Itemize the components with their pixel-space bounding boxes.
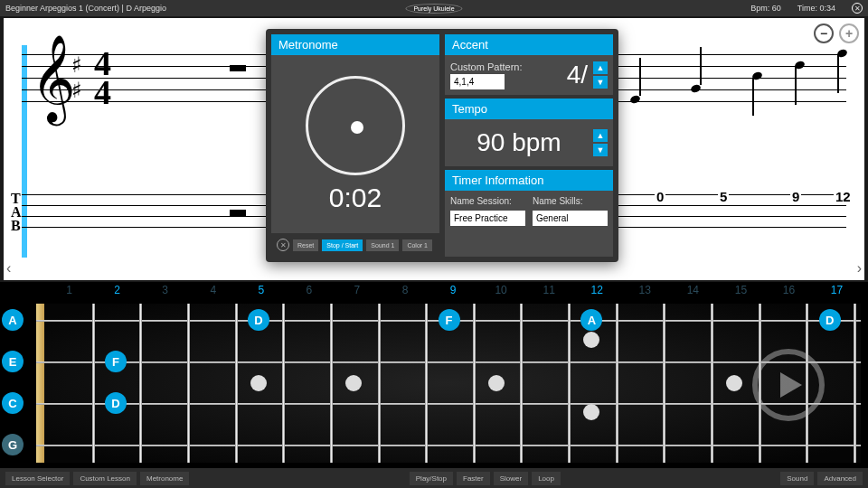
accent-down-button[interactable]: ▼	[593, 76, 608, 89]
stop-start-button[interactable]: Stop / Start	[322, 239, 363, 251]
brand-logo: Purely Ukulele	[405, 4, 462, 14]
tab-label: TAB	[11, 192, 22, 233]
timer-header: Timer Information	[445, 170, 613, 191]
metronome-panel: Metronome 0:02 ✕ Reset Stop / Start Soun…	[266, 29, 618, 262]
reset-button[interactable]: Reset	[293, 239, 318, 251]
fret-number: 2	[93, 284, 141, 300]
top-bar: Beginner Arpeggios 1 (Concert) | D Arpeg…	[0, 0, 868, 16]
sound-select-button[interactable]: Sound 1	[366, 239, 399, 251]
tab-number: 9	[790, 189, 801, 204]
tab-number: 0	[655, 189, 665, 204]
tempo-header: Tempo	[445, 99, 613, 119]
tempo-down-button[interactable]: ▼	[593, 144, 608, 156]
lesson-title: Beginner Arpeggios 1 (Concert) | D Arpeg…	[5, 4, 166, 13]
fret-number: 6	[285, 284, 333, 300]
fret-number: 8	[381, 284, 429, 300]
metronome-button[interactable]: Metronome	[140, 472, 189, 485]
fret-number: 9	[429, 284, 477, 300]
metronome-dial: 0:02	[271, 55, 439, 233]
bottom-bar: Lesson Selector Custom Lesson Metronome …	[0, 468, 868, 488]
faster-button[interactable]: Faster	[457, 472, 490, 485]
tempo-display: 90 bpm	[450, 125, 588, 161]
metronome-close-button[interactable]: ✕	[277, 239, 289, 251]
fret-number: 11	[525, 284, 573, 300]
metronome-header: Metronome	[271, 34, 439, 55]
open-string-column: AECG	[2, 309, 24, 455]
tab-rest	[230, 210, 246, 216]
slower-button[interactable]: Slower	[494, 472, 528, 485]
fret-note: D	[819, 309, 841, 331]
next-arrow-button[interactable]	[752, 349, 825, 421]
tab-number: 12	[834, 189, 853, 204]
fret-number-row: 1234567891011121314151617	[7, 284, 861, 300]
fret-note: F	[439, 309, 460, 331]
fret-note: D	[105, 392, 127, 414]
fret-number: 7	[333, 284, 381, 300]
play-stop-button[interactable]: Play/Stop	[410, 472, 453, 485]
session-input[interactable]	[450, 211, 525, 226]
open-string-note: G	[2, 434, 24, 455]
fretboard[interactable]: DFADFD	[36, 304, 861, 463]
fret-number: 16	[765, 284, 813, 300]
fret-number: 4	[189, 284, 237, 300]
zoom-in-button[interactable]: +	[839, 23, 859, 43]
fret-number: 17	[813, 284, 861, 300]
zoom-out-button[interactable]: −	[814, 23, 834, 43]
open-string-note: E	[2, 351, 24, 372]
sound-button[interactable]: Sound	[780, 472, 814, 485]
half-rest	[230, 65, 246, 71]
fret-number: 1	[45, 284, 93, 300]
session-label: Name Session:	[450, 196, 525, 206]
bpm-readout: Bpm: 60	[750, 4, 781, 13]
advanced-button[interactable]: Advanced	[817, 472, 863, 485]
fret-number: 5	[237, 284, 285, 300]
lesson-selector-button[interactable]: Lesson Selector	[5, 472, 70, 485]
skills-label: Name Skills:	[533, 196, 608, 206]
fretboard-area: 1234567891011121314151617 AECG DFADFD	[0, 282, 868, 468]
tab-number: 5	[718, 189, 729, 204]
skills-input[interactable]	[533, 211, 608, 226]
fret-number: 14	[669, 284, 717, 300]
tempo-up-button[interactable]: ▲	[593, 129, 608, 142]
accent-display: 4/	[567, 61, 588, 89]
accent-up-button[interactable]: ▲	[593, 61, 608, 74]
custom-lesson-button[interactable]: Custom Lesson	[73, 472, 137, 485]
pattern-label: Custom Pattern:	[450, 61, 522, 72]
fret-note: D	[248, 309, 269, 331]
pattern-input[interactable]	[450, 74, 505, 89]
close-button[interactable]: ✕	[852, 3, 863, 14]
fret-number: 10	[477, 284, 525, 300]
open-string-note: A	[2, 309, 24, 331]
fret-note: A	[580, 309, 602, 331]
fret-number: 13	[621, 284, 669, 300]
notation-area: − + 𝄞 ♯♯ 4 4 TAB 0 5 9 12 ‹ › Metronome …	[4, 18, 864, 280]
open-string-note: C	[2, 392, 24, 414]
accent-header: Accent	[445, 34, 613, 55]
loop-button[interactable]: Loop	[532, 472, 561, 485]
color-select-button[interactable]: Color 1	[402, 239, 432, 251]
fret-number: 15	[717, 284, 765, 300]
nav-next-button[interactable]: ›	[857, 260, 862, 277]
fret-number: 12	[573, 284, 621, 300]
nut	[36, 304, 44, 463]
metronome-time: 0:02	[329, 183, 382, 213]
nav-prev-button[interactable]: ‹	[6, 260, 11, 277]
fret-number: 3	[141, 284, 189, 300]
fret-note: F	[105, 351, 127, 372]
time-readout: Time: 0:34	[797, 4, 835, 13]
